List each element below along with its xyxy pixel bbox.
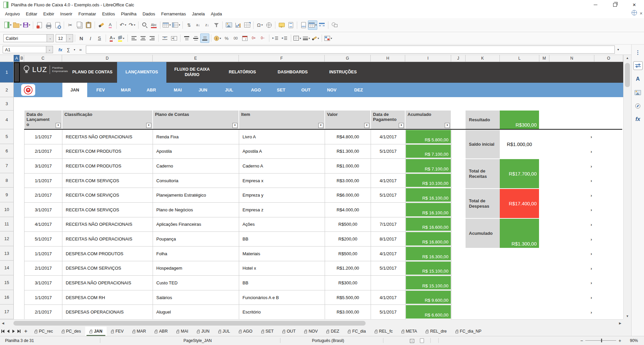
plano-cell[interactable]: Poupança <box>153 232 239 246</box>
menu-estilos[interactable]: Estilos <box>99 10 118 17</box>
pagamento-cell[interactable]: 7/1/2017 <box>371 217 406 232</box>
print-button[interactable] <box>44 20 53 30</box>
acumulado-cell[interactable]: R$ 5.800,00 <box>406 130 451 144</box>
acumulado-cell[interactable]: R$ 7.100,00 <box>406 144 451 159</box>
sheet-tab-pc_rec[interactable]: PC_rec <box>30 327 57 336</box>
first-sheet-button[interactable] <box>0 327 5 336</box>
sort-ascending-button[interactable]: a↓ <box>194 20 203 30</box>
sheet-tab-pc_des[interactable]: PC_des <box>57 327 85 336</box>
acumulado-cell[interactable]: R$ 16.100,00 <box>406 203 451 217</box>
sheet-tab-jul[interactable]: JUL <box>214 327 234 336</box>
valor-cell[interactable]: R$6.000,00 <box>325 188 371 202</box>
zoom-slider[interactable] <box>585 340 616 341</box>
print-preview-button[interactable] <box>53 20 62 30</box>
sort-descending-button[interactable]: z↓ <box>203 20 212 30</box>
item-cell[interactable]: Livro A <box>239 130 325 144</box>
row-header-6[interactable]: 6 <box>0 144 14 159</box>
language-status[interactable]: Português (Brasil) <box>312 338 344 343</box>
highlighting-color-dropdown-icon[interactable]: ▾ <box>123 37 124 40</box>
find-replace-button[interactable] <box>140 20 149 30</box>
minimize-button[interactable] <box>586 0 605 9</box>
menu-ferramentas[interactable]: Ferramentas <box>158 10 189 17</box>
classification-cell[interactable]: DESPESAS OPERACIONAIS <box>62 305 153 319</box>
menu-formatar[interactable]: Formatar <box>75 10 99 17</box>
column-header-M[interactable]: M <box>539 55 549 62</box>
select-function-button[interactable]: ∑ <box>64 46 72 53</box>
month-tab-jun[interactable]: JUN <box>191 83 215 97</box>
sheet-tab-jun[interactable]: JUN <box>193 327 214 336</box>
pagamento-cell[interactable]: 5/1/2017 <box>371 188 406 202</box>
item-cell[interactable]: Empresa z <box>239 203 325 217</box>
undo-button[interactable]: ↶▾ <box>118 20 127 30</box>
new-document-button[interactable]: ▾ <box>3 20 12 30</box>
total-receitas-label[interactable]: Total de Receitas <box>466 159 500 188</box>
filter-dropdown-icon[interactable]: ▼ <box>399 123 404 128</box>
filter-dropdown-icon[interactable]: ▼ <box>445 123 450 128</box>
month-tab-set[interactable]: SET <box>269 83 293 97</box>
row-header-2[interactable]: 2 <box>0 83 14 97</box>
update-available-icon[interactable] <box>632 10 637 17</box>
row-header-15[interactable]: 15 <box>0 275 14 290</box>
font-color-dropdown-icon[interactable]: ▾ <box>113 37 115 40</box>
item-cell[interactable]: Escritório <box>239 305 325 319</box>
saldo-inicial-value[interactable]: R$1.000,00 <box>500 130 539 158</box>
sum-dropdown-icon[interactable]: ▾ <box>72 46 76 53</box>
italic-button[interactable]: I <box>86 33 95 43</box>
number-format-button[interactable]: 00 <box>231 33 240 43</box>
pagamento-cell[interactable]: 4/1/2017 <box>371 247 406 261</box>
classification-cell[interactable]: RECEITA COM SERVIÇOS <box>62 203 153 217</box>
freeze-panes-dropdown-icon[interactable]: ▾ <box>315 23 317 26</box>
add-decimal-place-button[interactable]: 0+ <box>249 33 258 43</box>
freeze-panes-button[interactable]: ▾ <box>308 20 317 30</box>
insert-chart-button[interactable] <box>233 20 243 30</box>
hyperlink-button[interactable] <box>264 20 273 30</box>
plano-cell[interactable]: Folha <box>153 247 239 261</box>
row-header-10[interactable]: 10 <box>0 202 14 217</box>
item-cell[interactable]: BB <box>239 232 325 246</box>
valor-cell[interactable]: R$3.000,00 <box>325 305 371 319</box>
menu-ajuda[interactable]: Ajuda <box>208 10 225 17</box>
autofilter-button[interactable] <box>212 20 221 30</box>
border-color-button[interactable]: ▾ <box>311 33 320 43</box>
plano-cell[interactable]: Consultoria <box>153 174 239 188</box>
filter-dropdown-icon[interactable]: ▼ <box>318 123 323 128</box>
insert-rows-button[interactable]: ▾ <box>162 20 171 30</box>
restore-button[interactable] <box>605 0 625 9</box>
borders-button[interactable]: ▾ <box>293 33 302 43</box>
valor-cell[interactable]: R$300,00 <box>325 276 371 290</box>
select-all-corner[interactable] <box>0 55 14 62</box>
copy-button[interactable] <box>75 20 84 30</box>
row-header-1[interactable]: 1 <box>0 62 14 83</box>
valor-cell[interactable]: R$200,00 <box>325 232 371 246</box>
sheet-tab-ago[interactable]: AGO <box>234 327 257 336</box>
scroll-down-icon[interactable]: ▼ <box>624 315 631 318</box>
center-vertically-button[interactable] <box>191 33 200 43</box>
sheet-tab-meta[interactable]: META <box>397 327 422 336</box>
date-cell[interactable]: 5/1/2017 <box>24 232 62 246</box>
insert-image-button[interactable] <box>224 20 233 30</box>
column-header-I[interactable]: I <box>405 55 451 62</box>
date-cell[interactable]: 3/1/2017 <box>24 159 62 173</box>
date-cell[interactable]: 2/1/2017 <box>24 188 62 202</box>
item-cell[interactable]: Hotel x <box>239 261 325 276</box>
save-button[interactable]: ▾ <box>22 20 31 30</box>
row-header-8[interactable]: 8 <box>0 173 14 188</box>
nav-tab-dashboards[interactable]: DASHBOARDS <box>267 62 318 83</box>
gallery-deck-button[interactable] <box>633 88 643 97</box>
pagamento-cell[interactable] <box>371 276 406 290</box>
bold-button[interactable]: N <box>77 33 86 43</box>
acumulado-cell[interactable]: R$ 16.800,00 <box>406 232 451 246</box>
valor-cell[interactable]: R$1.300,00 <box>325 144 371 159</box>
name-box[interactable]: A1 ⌄ <box>3 46 53 53</box>
delete-decimal-place-button[interactable]: 0− <box>258 33 267 43</box>
expand-formula-bar-icon[interactable]: ▾ <box>615 48 622 51</box>
row-header-3[interactable]: 3 <box>0 97 14 111</box>
previous-sheet-button[interactable] <box>5 327 11 336</box>
classification-cell[interactable]: RECEITA COM PRODUTOS <box>62 144 153 159</box>
column-header-L[interactable]: L <box>500 55 539 62</box>
sheet-tab-mai[interactable]: MAI <box>172 327 193 336</box>
pagamento-cell[interactable]: 5/1/2017 <box>371 261 406 276</box>
classification-cell[interactable]: DESPESA COM RH <box>62 290 153 305</box>
nav-tab-plano-de-contas[interactable]: PLANO DE CONTAS <box>70 62 115 83</box>
scroll-left-icon[interactable]: ◀ <box>1 322 5 325</box>
